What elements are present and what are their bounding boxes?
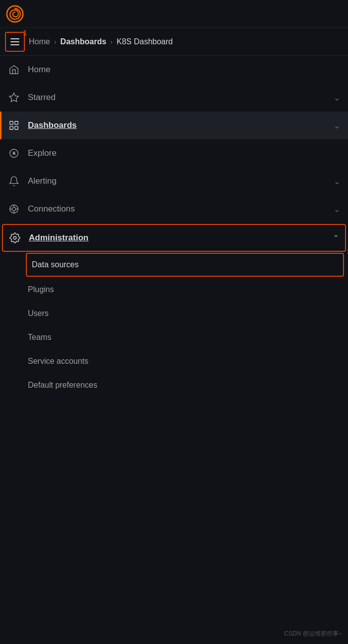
sidebar-item-alerting[interactable]: Alerting ⌄ [0, 167, 348, 195]
sidebar-item-starred[interactable]: Starred ⌄ [0, 84, 348, 111]
sidebar-item-service-accounts-label: Service accounts [28, 357, 88, 366]
svg-rect-3 [10, 126, 13, 129]
sidebar-item-connections-label: Connections [28, 204, 326, 214]
svg-rect-1 [10, 121, 13, 124]
sidebar-item-users[interactable]: Users [0, 302, 348, 325]
breadcrumb-current: K8S Dashboard [117, 37, 173, 46]
sidebar-item-explore-label: Explore [28, 148, 340, 158]
chevron-down-icon: ⌄ [334, 93, 340, 103]
hamburger-icon [10, 38, 19, 45]
sidebar-item-administration-label: Administration [29, 233, 325, 243]
sidebar-item-default-preferences-label: Default preferences [28, 381, 97, 390]
bell-icon [8, 175, 20, 187]
sidebar-item-starred-label: Starred [28, 93, 326, 103]
star-icon [8, 92, 20, 104]
svg-point-13 [13, 236, 16, 239]
sidebar-item-default-preferences[interactable]: Default preferences [0, 373, 348, 397]
sidebar-item-service-accounts[interactable]: Service accounts [0, 349, 348, 373]
gear-icon [9, 232, 21, 244]
chevron-down-icon-dashboards: ⌄ [334, 121, 340, 130]
logo[interactable] [5, 4, 25, 24]
sidebar-item-teams-label: Teams [28, 333, 51, 342]
breadcrumb-sep-2: › [110, 38, 113, 46]
sidebar-item-users-label: Users [28, 309, 49, 318]
sidebar-item-explore[interactable]: Explore [0, 139, 348, 167]
header-row: Home › Dashboards › K8S Dashboard [0, 28, 348, 56]
watermark: CSDN @运维那些事~ [284, 630, 342, 638]
nav-menu: Home Starred ⌄ Dashboards [0, 56, 348, 397]
sidebar: Home › Dashboards › K8S Dashboard Home [0, 0, 348, 397]
chevron-down-icon-alerting: ⌄ [334, 177, 340, 186]
administration-submenu: Data sources Plugins Users Teams Service… [0, 253, 348, 397]
svg-point-8 [12, 207, 15, 211]
breadcrumb-home[interactable]: Home [29, 37, 50, 46]
breadcrumb: Home › Dashboards › K8S Dashboard [29, 37, 343, 46]
connections-icon [8, 203, 20, 215]
home-icon [8, 64, 20, 76]
menu-button[interactable] [5, 32, 25, 52]
breadcrumb-sep-1: › [54, 38, 57, 46]
sidebar-item-home[interactable]: Home [0, 56, 348, 84]
sidebar-item-administration[interactable]: Administration ⌃ [2, 224, 346, 252]
sidebar-item-dashboards[interactable]: Dashboards ⌄ [0, 111, 348, 139]
svg-rect-4 [15, 126, 18, 129]
sidebar-item-alerting-label: Alerting [28, 176, 326, 186]
sidebar-item-plugins[interactable]: Plugins [0, 278, 348, 302]
sidebar-item-data-sources[interactable]: Data sources [26, 253, 344, 277]
sidebar-item-dashboards-label: Dashboards [28, 120, 326, 130]
sidebar-item-plugins-label: Plugins [28, 285, 54, 294]
breadcrumb-dashboards[interactable]: Dashboards [60, 37, 106, 46]
top-bar [0, 0, 348, 28]
sidebar-item-home-label: Home [28, 65, 340, 75]
sidebar-item-data-sources-label: Data sources [32, 260, 79, 269]
sidebar-item-connections[interactable]: Connections ⌄ [0, 195, 348, 223]
sidebar-item-teams[interactable]: Teams [0, 325, 348, 349]
chevron-up-icon-administration: ⌃ [333, 233, 339, 243]
explore-icon [8, 147, 20, 159]
chevron-down-icon-connections: ⌄ [334, 205, 340, 214]
svg-rect-2 [15, 121, 18, 124]
dashboards-icon [8, 119, 20, 131]
